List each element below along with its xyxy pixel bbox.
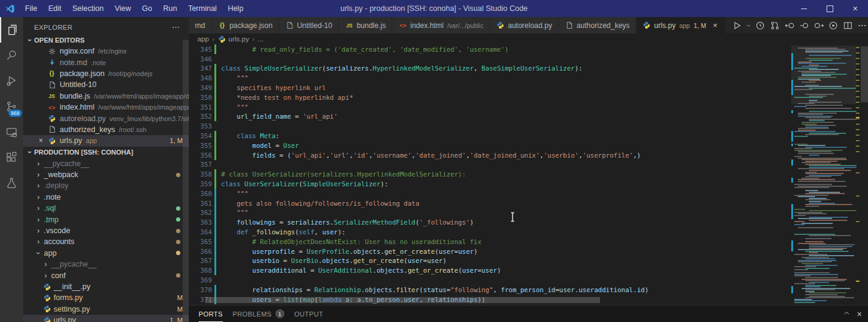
line-number[interactable]: 350: [189, 94, 212, 101]
tree-folder--tmp[interactable]: ›.tmp: [23, 214, 189, 225]
open-editor-item[interactable]: ×urls.pyapp1, M: [23, 135, 189, 146]
tab-autoreload-py[interactable]: autoreload.py: [490, 17, 559, 33]
line-number[interactable]: 358: [189, 170, 212, 178]
tab-package-json[interactable]: {}package.json: [212, 17, 280, 33]
panel-tab-output[interactable]: OUTPUT: [294, 306, 323, 322]
line-number[interactable]: 356: [189, 152, 212, 159]
pull-request-icon[interactable]: [767, 17, 782, 33]
code-line[interactable]: 355 model = User: [189, 141, 861, 150]
tab-md[interactable]: md: [189, 17, 212, 33]
section-production-root[interactable]: › PRODUCTION [SSH: CONOHA]: [23, 147, 189, 158]
code-line[interactable]: 349 specifies hyperlink url: [189, 83, 861, 93]
horizontal-scrollbar[interactable]: [205, 297, 600, 303]
code-line[interactable]: 362 """: [189, 208, 861, 218]
line-number[interactable]: 367: [189, 257, 212, 264]
code-line[interactable]: 353: [189, 121, 861, 131]
code-line[interactable]: 346: [189, 54, 861, 64]
tab-index-html[interactable]: <>index.html/var/.../public: [392, 17, 490, 33]
code-line[interactable]: 345 # read_only_fields = ('date_created'…: [189, 44, 861, 54]
tree-folder-accounts[interactable]: ›accounts: [23, 236, 189, 247]
activity-explorer-icon[interactable]: [0, 17, 23, 43]
tree-file--init-py[interactable]: __init__.py: [23, 281, 189, 292]
line-number[interactable]: 345: [189, 46, 212, 53]
open-editor-item[interactable]: note.md.note: [23, 57, 189, 68]
panel-tab-problems[interactable]: PROBLEMS1: [233, 306, 284, 322]
run-file-icon[interactable]: [730, 17, 744, 33]
code-line[interactable]: 356 fields = ('url_api','url','id','user…: [189, 150, 861, 160]
line-number[interactable]: 365: [189, 238, 212, 245]
line-number[interactable]: 352: [189, 113, 212, 120]
open-editor-item[interactable]: autoreload.pyvenv_linux/lib/python3.7/si…: [23, 113, 189, 124]
tree-file-settings-py[interactable]: settings.pyM: [23, 304, 189, 315]
breadcrumb-item[interactable]: ...: [258, 35, 264, 43]
tree-folder--webpack[interactable]: ›_webpack: [23, 169, 189, 180]
code-line[interactable]: 351 """: [189, 102, 861, 112]
code-line[interactable]: 360 """: [189, 189, 861, 198]
code-line[interactable]: 370 relationships = Relationship.objects…: [189, 285, 861, 295]
tree-folder--deploy[interactable]: ›.deploy: [23, 180, 189, 191]
line-number[interactable]: 360: [189, 190, 212, 197]
more-actions-icon[interactable]: ···: [855, 17, 868, 33]
line-number[interactable]: 353: [189, 122, 212, 130]
minimap[interactable]: [791, 44, 856, 306]
sidebar-more-actions-icon[interactable]: ⋯: [172, 25, 180, 30]
maximize-button[interactable]: [817, 0, 842, 17]
panel-tab-ports[interactable]: PORTS: [199, 306, 223, 322]
code-line[interactable]: 352 url_field_name = 'url_api': [189, 112, 861, 122]
code-line[interactable]: 365 # RelatedObjectDoesNotExist: User ha…: [189, 237, 861, 247]
code-line[interactable]: 369: [189, 275, 861, 285]
open-editor-item[interactable]: <>index.html/var/www/html/apps/imageapp/…: [23, 102, 189, 113]
breadcrumb-item[interactable]: urls.py: [217, 35, 249, 43]
open-editor-item[interactable]: JSbundle.js/var/www/html/apps/imageapp/d…: [23, 91, 189, 102]
tree-folder-conf[interactable]: ›conf: [23, 270, 189, 281]
tree-folder-app[interactable]: ›app: [23, 248, 189, 259]
tree-folder--sql[interactable]: ›.sql: [23, 203, 189, 214]
menu-run[interactable]: Run: [158, 0, 183, 17]
code-line[interactable]: 366 userprofile = UserProfile.objects.ge…: [189, 247, 861, 256]
breadcrumb-item[interactable]: app: [197, 35, 209, 43]
tree-folder--vscode[interactable]: ›.vscode: [23, 225, 189, 236]
circle-arrow-right-icon[interactable]: [811, 17, 826, 33]
menu-edit[interactable]: Edit: [43, 0, 67, 17]
activity-testing-icon[interactable]: [0, 170, 23, 196]
section-open-editors[interactable]: › OPEN EDITORS: [23, 34, 189, 46]
close-button[interactable]: ×: [842, 0, 868, 17]
line-number[interactable]: 364: [189, 228, 212, 236]
line-number[interactable]: 347: [189, 65, 212, 72]
timeline-history-icon[interactable]: [753, 17, 767, 33]
line-number[interactable]: 346: [189, 55, 212, 63]
code-line[interactable]: 361 gets also following/followers/is_fol…: [189, 198, 861, 208]
line-number[interactable]: 355: [189, 142, 212, 149]
open-editor-item[interactable]: {}package.json/root/pg/nodejs: [23, 68, 189, 79]
sidebar-scrollbar[interactable]: [183, 40, 189, 322]
arrow-circle-left-icon[interactable]: [782, 17, 797, 33]
code-line[interactable]: 367 userbio = UserBio.objects.get_or_cre…: [189, 256, 861, 266]
line-number[interactable]: 361: [189, 200, 212, 207]
tab-untitled-10[interactable]: Untitled-10: [279, 17, 339, 33]
tab-authorized-keys[interactable]: authorized_keys: [559, 17, 636, 33]
line-number[interactable]: 359: [189, 180, 212, 187]
code-line[interactable]: 364 def _followings(self, user):: [189, 227, 861, 237]
menu-terminal[interactable]: Terminal: [183, 0, 222, 17]
line-number[interactable]: 354: [189, 132, 212, 139]
tab-bundle-js[interactable]: JSbundle.js: [339, 17, 392, 33]
tree-file-forms-py[interactable]: forms.pyM: [23, 292, 189, 303]
line-number[interactable]: 348: [189, 74, 212, 82]
code-line[interactable]: 354 class Meta:: [189, 131, 861, 141]
vertical-scrollbar-slider[interactable]: [861, 46, 868, 102]
open-editor-item[interactable]: nginx.conf/etc/nginx: [23, 46, 189, 57]
tree-folder--pycache-[interactable]: ›__pycache__: [23, 259, 189, 270]
tree-folder--pycache-[interactable]: ›__pycache__: [23, 158, 189, 169]
line-number[interactable]: 349: [189, 84, 212, 91]
vertical-scrollbar[interactable]: [861, 44, 868, 306]
line-number[interactable]: 351: [189, 103, 212, 111]
line-number[interactable]: 363: [189, 219, 212, 226]
menu-file[interactable]: File: [19, 0, 43, 17]
line-number[interactable]: 370: [189, 286, 212, 293]
activity-extensions-icon[interactable]: [0, 145, 23, 170]
code-line[interactable]: 359class UserSerializer(SimpleUserSerial…: [189, 179, 861, 189]
maximize-panel-icon[interactable]: [842, 309, 851, 320]
line-number[interactable]: 362: [189, 209, 212, 216]
menu-selection[interactable]: Selection: [67, 0, 109, 17]
circle-dash-icon[interactable]: [797, 17, 811, 33]
